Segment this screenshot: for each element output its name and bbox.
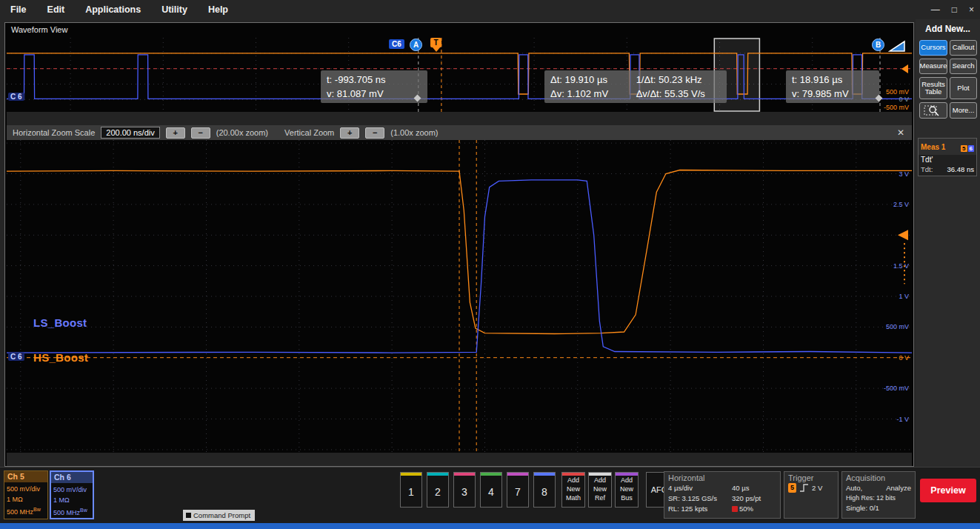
- maximize-button[interactable]: □: [952, 4, 957, 15]
- svg-text:-500 mV: -500 mV: [884, 385, 909, 392]
- plot-button[interactable]: Plot: [950, 77, 977, 99]
- delta-t: Δt: 19.910 µs: [550, 73, 633, 87]
- svg-text:2.5 V: 2.5 V: [893, 201, 909, 208]
- ch5-scale: 500 mV/div: [7, 484, 45, 494]
- trigger-level: 2 V: [812, 483, 822, 493]
- more-button[interactable]: More...: [950, 102, 977, 119]
- zoom-tick-strip: [7, 453, 912, 466]
- channel-button-3[interactable]: 3: [453, 472, 476, 508]
- trigger-pointer-icon: [433, 47, 440, 52]
- meas1-source-ch5-chip: 5: [961, 145, 967, 152]
- cursor-a-readout: t: -993.705 ns v: 81.087 mV: [321, 70, 427, 103]
- horizontal-panel[interactable]: Horizontal 4 µs/div40 µs SR: 3.125 GS/s3…: [664, 471, 781, 519]
- meas1-badge[interactable]: Meas 1 56 Tdt' Tdt: 36.48 ns: [918, 138, 977, 176]
- cursors-button[interactable]: Cursors: [919, 40, 947, 56]
- svg-text:500 mV: 500 mV: [886, 323, 909, 330]
- cursor-b-voltage: v: 79.985 mV: [792, 87, 873, 101]
- menu-utility[interactable]: Utility: [161, 4, 187, 15]
- channel-8-color-strip: [534, 473, 555, 476]
- meas1-title: Meas 1: [921, 143, 945, 151]
- preview-button[interactable]: Preview: [920, 479, 976, 502]
- vertical-zoom-factor: (1.00x zoom): [390, 128, 438, 137]
- delta-v: Δv: 1.102 mV: [550, 87, 633, 101]
- cursor-b-time: t: 18.916 µs: [792, 73, 873, 87]
- ch5-name: Ch 5: [4, 471, 47, 482]
- add-new-bus-button[interactable]: AddNewBus: [615, 472, 639, 508]
- zoom-waveform-plot[interactable]: 11.8 µs12 µs12.2 µs12.4 µs12.6 µs12.8 µs…: [7, 140, 912, 466]
- zoom-close-icon[interactable]: ✕: [897, 127, 904, 138]
- zoom-search-button[interactable]: [919, 102, 947, 119]
- ch6-bandwidth: 500 MHz: [53, 509, 80, 516]
- overview-channel-badge[interactable]: C6: [389, 39, 404, 49]
- waveform-view-title: Waveform View: [11, 25, 67, 34]
- overview-tick-strip: [7, 112, 912, 125]
- minimize-button[interactable]: —: [931, 4, 940, 15]
- measure-button[interactable]: Measure: [919, 59, 947, 74]
- zoom-channel-label[interactable]: C 6: [8, 353, 24, 361]
- channel-button-8[interactable]: 8: [533, 472, 556, 508]
- close-button[interactable]: ×: [969, 4, 974, 15]
- ch6-bw-suffix: Bw: [80, 508, 87, 513]
- overview-waveform-area[interactable]: -16 µs-12 µs-8 µs-4 µs0 s4 µs8 µs12 µs16…: [7, 38, 912, 125]
- channel-7-color-strip: [507, 473, 528, 476]
- ch5-bw-suffix: Bw: [33, 507, 41, 512]
- search-button[interactable]: Search: [950, 59, 977, 74]
- horizontal-zoom-scale-value[interactable]: 200.00 ns/div: [101, 127, 159, 139]
- svg-text:3 V: 3 V: [899, 170, 909, 178]
- channel-4-color-strip: [481, 473, 501, 476]
- trigger-panel[interactable]: Trigger 5 2 V: [784, 471, 839, 519]
- menu-applications[interactable]: Applications: [85, 4, 141, 15]
- cursor-a-voltage: v: 81.087 mV: [327, 87, 421, 101]
- channel-badge-ch5[interactable]: Ch 5 500 mV/div 1 MΩ 500 MHzBw: [4, 470, 48, 519]
- menu-file[interactable]: File: [10, 4, 27, 15]
- svg-text:500 mV: 500 mV: [886, 88, 909, 96]
- horizontal-zoom-minus-button[interactable]: −: [191, 127, 210, 139]
- command-prompt-label: Command Prompt: [193, 510, 250, 521]
- channel-2-color-strip: [427, 473, 448, 476]
- menu-help[interactable]: Help: [208, 4, 228, 15]
- channel-1-color-strip: [401, 473, 421, 476]
- channel-button-4[interactable]: 4: [480, 472, 502, 508]
- waveform-view-panel: Waveform View -16 µs-12 µs-8 µs-4 µs0 s4…: [4, 22, 914, 467]
- right-sidebar: Add New... Cursors Callout Measure Searc…: [916, 19, 980, 467]
- channel-8-number: 8: [534, 486, 555, 498]
- cursor-b-badge[interactable]: B: [872, 39, 884, 51]
- trigger-badge[interactable]: T: [430, 38, 441, 47]
- rising-edge-icon: [799, 483, 809, 493]
- acquisition-panel[interactable]: Acquisition Auto,Analyze High Res: 12 bi…: [841, 471, 916, 519]
- vertical-zoom-minus-button[interactable]: −: [365, 127, 384, 139]
- cursor-b-readout: t: 18.916 µs v: 79.985 mV: [786, 70, 879, 103]
- zoom-waveform-area[interactable]: 11.8 µs12 µs12.2 µs12.4 µs12.6 µs12.8 µs…: [7, 140, 912, 466]
- svg-text:1.5 V: 1.5 V: [893, 262, 909, 270]
- svg-text:-500 mV: -500 mV: [884, 104, 909, 111]
- channel-button-1[interactable]: 1: [400, 472, 422, 508]
- cursor-a-time: t: -993.705 ns: [327, 73, 421, 87]
- callout-button[interactable]: Callout: [950, 40, 977, 56]
- ch5-bandwidth: 500 MHz: [7, 508, 33, 516]
- results-table-button[interactable]: Results Table: [919, 77, 947, 99]
- add-new-math-button[interactable]: AddNewMath: [561, 472, 585, 508]
- one-over-delta-t: 1/Δt: 50.23 kHz: [636, 73, 702, 87]
- horizontal-title: Horizontal: [668, 473, 776, 482]
- vertical-zoom-plus-button[interactable]: +: [340, 127, 359, 139]
- cursor-a-badge[interactable]: A: [410, 39, 422, 51]
- horizontal-zoom-factor: (20.00x zoom): [216, 128, 268, 137]
- channel-3-color-strip: [454, 473, 475, 476]
- trigger-position-arrow[interactable]: [901, 64, 908, 73]
- menu-edit[interactable]: Edit: [47, 4, 65, 15]
- channel-badge-ch6[interactable]: Ch 6 500 mV/div 1 MΩ 500 MHzBw: [50, 470, 94, 519]
- horizontal-zoom-plus-button[interactable]: +: [166, 127, 185, 139]
- overview-channel-label[interactable]: C 6: [8, 93, 24, 101]
- taskbar-command-prompt[interactable]: Command Prompt: [183, 510, 255, 521]
- channel-2-number: 2: [427, 486, 448, 498]
- channel-button-7[interactable]: 7: [507, 472, 529, 508]
- zoom-overlay-icon[interactable]: [888, 40, 906, 53]
- vertical-zoom-label: Vertical Zoom: [284, 128, 334, 137]
- svg-text:1 V: 1 V: [899, 293, 909, 300]
- channel-button-2[interactable]: 2: [427, 472, 449, 508]
- ch6-scale: 500 mV/div: [53, 485, 90, 495]
- add-new-ref-button[interactable]: AddNewRef: [588, 472, 612, 508]
- cursor-delta-readout: Δt: 19.910 µs 1/Δt: 50.23 kHz Δv: 1.102 …: [544, 70, 727, 103]
- hs-boost-trace-label: HS_Boost: [33, 351, 88, 364]
- meas1-type: Tdt': [919, 155, 976, 164]
